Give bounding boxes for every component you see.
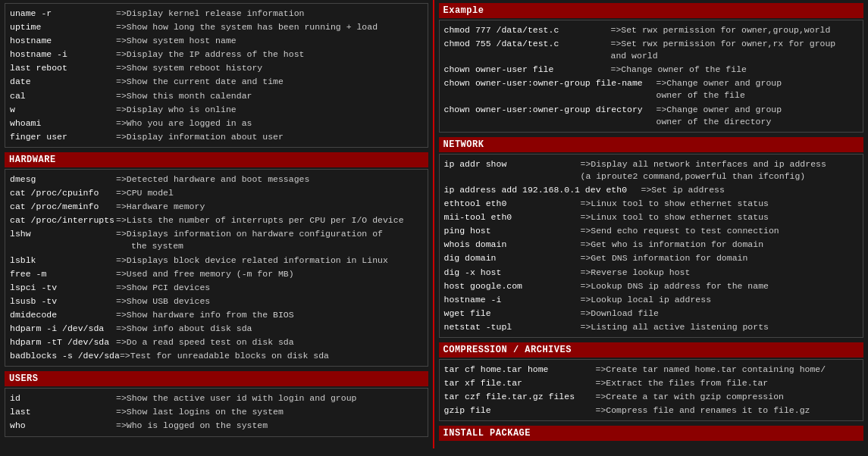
list-item: hdparm -i /dev/sda =>Show info about dis…	[10, 322, 423, 336]
list-item: host google.com =>Lookup DNS ip address …	[444, 280, 859, 293]
list-item: dmesg =>Detected hardware and boot messa…	[10, 173, 423, 186]
users-content: id =>Show the active user id with login …	[5, 388, 428, 436]
list-item: who =>Who is logged on the system	[10, 419, 423, 433]
list-item: ping host =>Send echo request to test co…	[444, 224, 859, 238]
compression-header: COMPRESSION / ARCHIVES	[439, 342, 864, 358]
section-example: Example chmod 777 /data/test.c =>Set rwx…	[439, 3, 864, 133]
list-item: hostname -i =>Display the IP address of …	[10, 48, 423, 61]
section-network: NETWORK ip addr show =>Display all netwo…	[439, 137, 864, 338]
example-header: Example	[439, 3, 864, 18]
list-item: cal =>Show this month calendar	[10, 89, 423, 103]
list-item: cat /proc/meminfo =>Hardware memory	[10, 200, 423, 214]
main-container: uname -r =>Display kernel release inform…	[0, 0, 868, 448]
list-item: ip address add 192.168.0.1 dev eth0 =>Se…	[444, 183, 859, 197]
hardware-header: HARDWARE	[5, 152, 428, 167]
list-item: hdparm -tT /dev/sda =>Do a read speed te…	[10, 336, 423, 349]
section-hardware: HARDWARE dmesg =>Detected hardware and b…	[5, 152, 428, 367]
list-item: dig domain =>Get DNS information for dom…	[444, 251, 859, 265]
list-item: date =>Show the current date and time	[10, 75, 423, 89]
list-item: chmod 777 /data/test.c =>Set rwx permiss…	[444, 23, 859, 37]
network-header: NETWORK	[439, 137, 864, 152]
list-item: hostname =>Show system host name	[10, 34, 423, 48]
list-item: ip addr show =>Display all network inter…	[444, 158, 859, 183]
list-item: ethtool eth0 =>Linux tool to show ethern…	[444, 197, 859, 211]
list-item: cat /proc/interrupts =>Lists the number …	[10, 214, 423, 227]
list-item: free -m =>Used and free memory (-m for M…	[10, 267, 423, 281]
list-item: uname -r =>Display kernel release inform…	[10, 7, 423, 20]
list-item: badblocks -s /dev/sda =>Test for unreada…	[10, 349, 423, 363]
list-item: chown owner-user file =>Change owner of …	[444, 63, 859, 77]
system-info-content: uname -r =>Display kernel release inform…	[5, 3, 428, 148]
right-column: Example chmod 777 /data/test.c =>Set rwx…	[434, 0, 869, 448]
list-item: lspci -tv =>Show PCI devices	[10, 281, 423, 295]
list-item: tar czf file.tar.gz files =>Create a tar…	[444, 390, 859, 404]
list-item: hostname -i =>Lookup local ip address	[444, 293, 859, 307]
list-item: w =>Display who is online	[10, 103, 423, 117]
list-item: wget file =>Download file	[444, 307, 859, 320]
list-item: lsusb -tv =>Show USB devices	[10, 295, 423, 308]
list-item: uptime =>Show how long the system has be…	[10, 20, 423, 34]
compression-content: tar cf home.tar home =>Create tar named …	[439, 359, 864, 421]
list-item: finger user =>Display information about …	[10, 130, 423, 144]
list-item: mii-tool eth0 =>Linux tool to show ether…	[444, 211, 859, 224]
network-content: ip addr show =>Display all network inter…	[439, 154, 864, 338]
list-item: netstat -tupl =>Listing all active liste…	[444, 320, 859, 334]
list-item: gzip file =>Compress file and renames it…	[444, 404, 859, 417]
list-item: lsblk =>Displays block device related in…	[10, 254, 423, 267]
list-item: dig -x host =>Reverse lookup host	[444, 266, 859, 280]
list-item: tar cf home.tar home =>Create tar named …	[444, 363, 859, 376]
list-item: whoami =>Who you are logged in as	[10, 117, 423, 130]
hardware-content: dmesg =>Detected hardware and boot messa…	[5, 169, 428, 367]
list-item: cat /proc/cpuinfo =>CPU model	[10, 186, 423, 200]
section-compression: COMPRESSION / ARCHIVES tar cf home.tar h…	[439, 342, 864, 421]
list-item: last =>Show last logins on the system	[10, 405, 423, 419]
list-item: chmod 755 /data/test.c =>Set rwx permiss…	[444, 37, 859, 63]
list-item: whois domain =>Get who is information fo…	[444, 238, 859, 251]
left-column: uname -r =>Display kernel release inform…	[0, 0, 434, 448]
list-item: last reboot =>Show system reboot history	[10, 61, 423, 75]
section-users: USERS id =>Show the active user id with …	[5, 371, 428, 436]
list-item: chown owner-user:owner-group file-name =…	[444, 77, 859, 102]
list-item: chown owner-user:owner-group directory =…	[444, 103, 859, 129]
list-item: tar xf file.tar =>Extract the files from…	[444, 376, 859, 390]
list-item: lshw =>Displays information on hardware …	[10, 227, 423, 253]
install-package-header: INSTALL PACKAGE	[439, 426, 864, 441]
list-item: dmidecode =>Show hardware info from the …	[10, 308, 423, 322]
users-header: USERS	[5, 371, 428, 386]
section-install-package: INSTALL PACKAGE	[439, 426, 864, 441]
section-system-info: uname -r =>Display kernel release inform…	[5, 3, 428, 148]
example-content: chmod 777 /data/test.c =>Set rwx permiss…	[439, 20, 864, 133]
list-item: id =>Show the active user id with login …	[10, 392, 423, 405]
